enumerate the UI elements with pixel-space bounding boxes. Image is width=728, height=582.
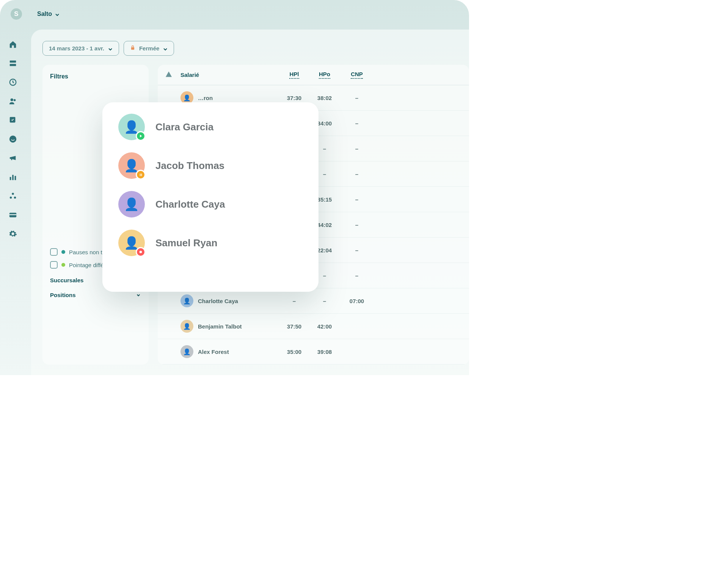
section-positions[interactable]: Positions	[50, 292, 141, 298]
sidebar-item-card[interactable]	[8, 210, 17, 219]
avatar-wrapper: 👤	[118, 191, 145, 217]
app-window: S Salto 14 mars 2023 - 1 avr. Fe	[0, 0, 469, 375]
play-badge-icon	[136, 131, 146, 141]
sidebar-item-task[interactable]	[8, 116, 17, 125]
hpl-cell: 37:50	[279, 323, 309, 330]
svg-rect-0	[10, 61, 16, 63]
hpl-cell: 35:00	[279, 349, 309, 355]
cnp-cell: –	[340, 95, 374, 101]
status-selector[interactable]: Fermée	[124, 41, 174, 56]
date-range-picker[interactable]: 14 mars 2023 - 1 avr.	[42, 41, 119, 56]
sidebar-item-stack[interactable]	[8, 59, 17, 68]
avatar-wrapper: 👤	[118, 230, 145, 256]
sidebar-item-org[interactable]	[8, 191, 17, 200]
section-label: Succursales	[50, 277, 83, 283]
col-cnp[interactable]: CNP	[340, 71, 374, 79]
employee-cell: 👤 Benjamin Talbot	[180, 320, 279, 333]
col-hpl[interactable]: HPl	[279, 71, 309, 79]
person-name: Clara Garcia	[155, 121, 213, 133]
sidebar-item-clock[interactable]	[8, 78, 17, 87]
lock-icon	[130, 45, 135, 52]
svg-rect-17	[141, 174, 142, 176]
svg-rect-8	[12, 175, 14, 180]
avatar: 👤	[180, 294, 193, 307]
avatar: 👤	[118, 191, 145, 217]
org-logo: S	[11, 8, 22, 20]
cnp-cell: –	[340, 120, 374, 127]
svg-point-6	[9, 136, 16, 142]
hpo-cell: 39:08	[309, 349, 340, 355]
employee-popup: 👤 Clara Garcia 👤 Jacob Thomas 👤 Charlott…	[102, 102, 318, 292]
status-label: Fermée	[139, 45, 159, 52]
person-name: Samuel Ryan	[155, 237, 217, 249]
svg-point-4	[14, 99, 16, 102]
person-name: Jacob Thomas	[155, 160, 224, 172]
sidebar-item-chart[interactable]	[8, 172, 17, 181]
employee-name: …ron	[198, 95, 213, 101]
cnp-cell: –	[340, 196, 374, 203]
person-name: Charlotte Caya	[155, 199, 225, 210]
filters-title: Filtres	[50, 73, 141, 80]
table-row[interactable]: 👤 Benjamin Talbot 37:50 42:00	[158, 314, 469, 339]
chevron-down-icon	[55, 12, 60, 16]
sidebar	[8, 40, 17, 238]
table-row[interactable]: 👤 Alex Forest 35:00 39:08	[158, 339, 469, 365]
employee-name: Alex Forest	[198, 349, 229, 355]
alert-header-icon	[165, 71, 180, 79]
table-header: Salarié HPl HPo CNP	[158, 65, 469, 85]
org-selector[interactable]: Salto	[27, 11, 60, 17]
fade-overlay	[102, 265, 318, 292]
checkbox[interactable]	[50, 261, 58, 269]
popup-person[interactable]: 👤 Charlotte Caya	[118, 191, 303, 217]
svg-point-10	[12, 193, 14, 195]
date-range-label: 14 mars 2023 - 1 avr.	[49, 45, 104, 52]
hpo-cell: 38:02	[309, 95, 340, 101]
svg-point-3	[11, 99, 13, 101]
cnp-cell: –	[340, 222, 374, 228]
rec-badge-icon	[136, 247, 146, 257]
svg-rect-15	[131, 47, 134, 50]
section-label: Positions	[50, 292, 76, 298]
cnp-cell: –	[340, 272, 374, 279]
status-dot-icon	[61, 250, 65, 254]
svg-rect-16	[140, 174, 140, 176]
sidebar-item-megaphone[interactable]	[8, 153, 17, 163]
svg-point-18	[140, 251, 142, 253]
svg-rect-9	[15, 176, 16, 180]
sidebar-item-home[interactable]	[8, 40, 17, 49]
cnp-cell: –	[340, 247, 374, 253]
employee-name: Charlotte Caya	[198, 298, 238, 304]
hpl-cell: –	[279, 298, 309, 304]
status-dot-icon	[61, 263, 65, 267]
employee-cell: 👤 Alex Forest	[180, 345, 279, 358]
svg-point-12	[14, 197, 16, 199]
sidebar-item-gear[interactable]	[8, 229, 17, 238]
employee-name: Benjamin Talbot	[198, 323, 242, 330]
cnp-cell: 07:00	[340, 298, 374, 304]
svg-rect-1	[10, 64, 16, 66]
org-name: Salto	[37, 11, 52, 17]
topbar: S Salto	[0, 0, 469, 20]
cnp-cell: –	[340, 171, 374, 177]
col-employee: Salarié	[180, 72, 279, 78]
table-row[interactable]: 👤 Charlotte Caya – – 07:00	[158, 288, 469, 314]
popup-person[interactable]: 👤 Samuel Ryan	[118, 230, 303, 256]
avatar: 👤	[180, 345, 193, 358]
popup-person[interactable]: 👤 Jacob Thomas	[118, 152, 303, 179]
chevron-down-icon	[108, 46, 113, 51]
avatar-wrapper: 👤	[118, 152, 145, 179]
svg-point-11	[10, 197, 12, 199]
col-hpo[interactable]: HPo	[309, 71, 340, 79]
popup-person[interactable]: 👤 Clara Garcia	[118, 114, 303, 140]
checkbox[interactable]	[50, 248, 58, 256]
avatar: 👤	[180, 320, 193, 333]
sidebar-item-chat[interactable]	[8, 135, 17, 144]
hpo-cell: –	[309, 298, 340, 304]
chevron-down-icon	[136, 292, 141, 298]
sidebar-item-users[interactable]	[8, 97, 17, 106]
employee-cell: 👤 Charlotte Caya	[180, 294, 279, 307]
pause-badge-icon	[136, 170, 146, 180]
chevron-down-icon	[163, 46, 168, 51]
svg-rect-7	[10, 177, 11, 180]
toolbar: 14 mars 2023 - 1 avr. Fermée	[42, 41, 469, 56]
